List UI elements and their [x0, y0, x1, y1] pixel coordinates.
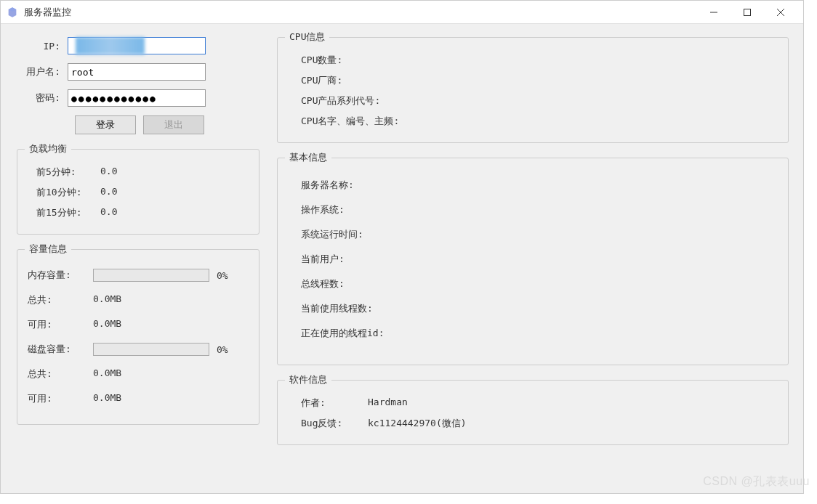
- load-5min-value: 0.0: [100, 166, 117, 179]
- disk-total-value: 0.0MB: [93, 367, 121, 381]
- capacity-fieldset: 容量信息 内存容量: 0% 总共:0.0MB 可用:0.0MB 磁盘容量: 0%…: [17, 249, 259, 425]
- disk-pct: 0%: [217, 344, 228, 355]
- svg-rect-1: [744, 9, 751, 15]
- bug-label: Bug反馈:: [288, 417, 368, 430]
- titlebar: 服务器监控: [1, 1, 803, 24]
- load-5min-label: 前5分钟:: [28, 166, 100, 179]
- cpu-legend: CPU信息: [285, 31, 329, 44]
- disk-label: 磁盘容量:: [28, 343, 93, 356]
- password-input[interactable]: [68, 89, 206, 107]
- disk-avail-label: 可用:: [28, 392, 93, 405]
- cpu-fieldset: CPU信息 CPU数量: CPU厂商: CPU产品系列代号: CPU名字、编号、…: [277, 37, 789, 143]
- thread-ids-label: 正在使用的线程id:: [288, 327, 433, 340]
- mem-progress: [93, 269, 209, 282]
- ip-input[interactable]: [68, 37, 206, 54]
- total-threads-label: 总线程数:: [288, 277, 404, 290]
- minimize-button[interactable]: [697, 1, 731, 23]
- username-label: 用户名:: [17, 65, 68, 78]
- username-input[interactable]: [68, 63, 206, 81]
- window-title: 服务器监控: [24, 6, 71, 19]
- used-threads-label: 当前使用线程数:: [288, 302, 404, 315]
- disk-progress: [93, 343, 209, 356]
- password-label: 密码:: [17, 92, 68, 105]
- mem-total-value: 0.0MB: [93, 293, 121, 306]
- basic-fieldset: 基本信息 服务器名称: 操作系统: 系统运行时间: 当前用户: 总线程数: 当前…: [277, 158, 789, 365]
- disk-avail-value: 0.0MB: [93, 392, 121, 405]
- os-label: 操作系统:: [288, 203, 404, 216]
- basic-legend: 基本信息: [285, 151, 331, 164]
- cpu-vendor-label: CPU厂商:: [288, 74, 404, 87]
- software-fieldset: 软件信息 作者:Hardman Bug反馈:kc1124442970(微信): [277, 380, 789, 445]
- load-15min-value: 0.0: [100, 206, 117, 219]
- software-legend: 软件信息: [285, 373, 331, 386]
- server-name-label: 服务器名称:: [288, 179, 404, 192]
- disk-total-label: 总共:: [28, 367, 93, 381]
- load-10min-label: 前10分钟:: [28, 186, 100, 199]
- current-user-label: 当前用户:: [288, 253, 404, 266]
- maximize-button[interactable]: [731, 1, 764, 23]
- mem-pct: 0%: [217, 270, 228, 281]
- app-window: 服务器监控 IP: 用户名:: [0, 0, 804, 494]
- app-icon: [7, 7, 18, 18]
- mem-avail-label: 可用:: [28, 318, 93, 331]
- cpu-series-label: CPU产品系列代号:: [288, 94, 404, 107]
- mem-label: 内存容量:: [28, 269, 93, 282]
- bug-value: kc1124442970(微信): [368, 417, 467, 430]
- window-controls: [697, 1, 797, 23]
- load-fieldset: 负载均衡 前5分钟:0.0 前10分钟:0.0 前15分钟:0.0: [17, 149, 259, 235]
- author-label: 作者:: [288, 397, 368, 410]
- cpu-name-label: CPU名字、编号、主频:: [288, 115, 448, 128]
- login-button[interactable]: 登录: [75, 115, 136, 134]
- ip-label: IP:: [17, 41, 68, 52]
- capacity-legend: 容量信息: [25, 243, 71, 256]
- load-10min-value: 0.0: [100, 186, 117, 199]
- mem-total-label: 总共:: [28, 293, 93, 306]
- exit-button[interactable]: 退出: [143, 115, 204, 134]
- watermark: CSDN @孔表表uuu: [703, 474, 810, 489]
- load-legend: 负载均衡: [25, 142, 71, 155]
- mem-avail-value: 0.0MB: [93, 318, 121, 331]
- load-15min-label: 前15分钟:: [28, 206, 100, 219]
- uptime-label: 系统运行时间:: [288, 228, 404, 241]
- cpu-count-label: CPU数量:: [288, 54, 404, 67]
- close-button[interactable]: [764, 1, 797, 23]
- author-value: Hardman: [368, 397, 408, 410]
